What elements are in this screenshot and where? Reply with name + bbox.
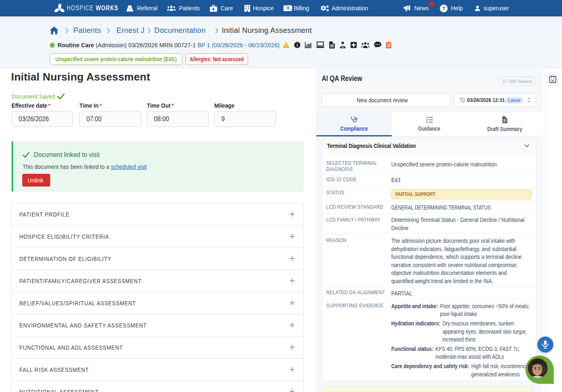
svg-text:?: ? — [442, 5, 446, 12]
